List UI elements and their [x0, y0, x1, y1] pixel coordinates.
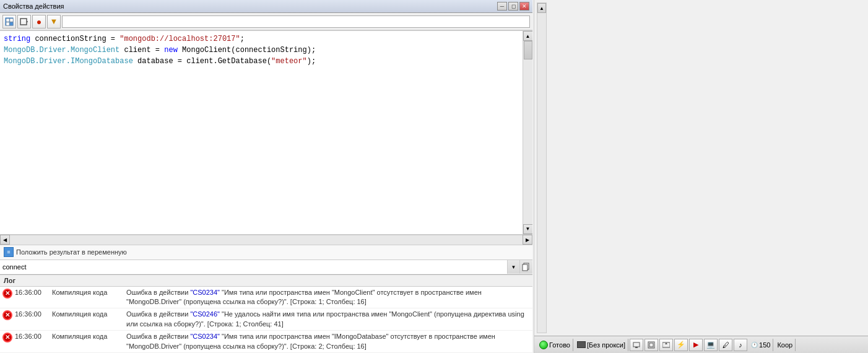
code-content[interactable]: string connectionString = "mongodb://loc… — [0, 31, 523, 234]
right-panel: ▲ Готово [Без прокси] ⚡ ▶ 💻 🖊 ♪ 🕐 150 — [534, 0, 868, 353]
code-line-2: MongoDB.Driver.MongoClient client = new … — [4, 45, 519, 56]
horizontal-scrollbar[interactable]: ◀ ▶ — [0, 235, 532, 245]
log-entry-1: ✕ 16:36:00 Компиляция кода Ошибка в дейс… — [0, 287, 532, 309]
variable-icon: ≡ — [4, 247, 14, 257]
code-line-1: string connectionString = "mongodb://loc… — [4, 33, 519, 45]
window-controls: ─ ◻ ✕ — [497, 2, 529, 11]
variable-input[interactable] — [0, 260, 508, 274]
svg-rect-2 — [10, 19, 13, 22]
ready-label: Готово — [549, 341, 570, 349]
stop-button[interactable]: ● — [32, 15, 46, 28]
title-bar: Свойства действия ─ ◻ ✕ — [0, 0, 532, 13]
monitor-icon — [577, 341, 586, 348]
right-status-bar: Готово [Без прокси] ⚡ ▶ 💻 🖊 ♪ 🕐 150 Коор — [534, 336, 868, 353]
toolbar-input[interactable] — [62, 15, 530, 28]
log-time-1: 16:36:00 — [15, 288, 52, 297]
keyword-string: string — [4, 35, 30, 43]
scroll-right-arrow[interactable]: ▶ — [523, 235, 532, 245]
log-type-3: Компиляция кода — [52, 332, 126, 341]
variable-input-row: ▼ — [0, 259, 532, 274]
log-type-1: Компиляция кода — [52, 288, 126, 297]
right-scroll-area: ▲ — [534, 0, 868, 336]
log-time-2: 16:36:00 — [15, 310, 52, 319]
svg-rect-5 — [20, 19, 27, 25]
status-btn-7[interactable]: 🖊 — [719, 339, 732, 351]
svg-rect-12 — [649, 343, 653, 347]
status-btn-4[interactable]: ⚡ — [674, 339, 688, 351]
variable-label: Положить результат в переменную — [16, 248, 127, 256]
coord-label: Коор — [777, 341, 792, 349]
scroll-track — [523, 41, 532, 224]
code-section: ● ▼ string connectionString = "mongodb:/… — [0, 13, 532, 274]
scroll-up-arrow[interactable]: ▲ — [523, 31, 533, 41]
variable-copy-button[interactable] — [520, 260, 532, 274]
log-content[interactable]: ✕ 16:36:00 Компиляция кода Ошибка в дейс… — [0, 287, 532, 353]
log-error-icon-2: ✕ — [2, 310, 12, 320]
minimize-button[interactable]: ─ — [497, 2, 507, 11]
step-button[interactable] — [17, 15, 31, 28]
variable-section: ≡ Положить результат в переменную — [0, 245, 532, 259]
status-btn-8[interactable]: ♪ — [734, 339, 747, 351]
down-button[interactable]: ▼ — [47, 15, 61, 28]
number-label: 150 — [759, 341, 770, 349]
right-scrollbar[interactable]: ▲ — [537, 2, 547, 333]
ready-icon — [539, 341, 548, 349]
log-message-2: Ошибка в действии "CS0246" "Не удалось н… — [126, 310, 530, 329]
status-proxy: [Без прокси] — [575, 339, 628, 351]
close-button[interactable]: ✕ — [519, 2, 529, 11]
svg-rect-10 — [635, 347, 638, 348]
log-area: Лог ✕ 16:36:00 Компиляция кода Ошибка в … — [0, 274, 532, 353]
status-number: 🕐 150 — [749, 339, 773, 351]
log-time-3: 16:36:00 — [15, 332, 52, 341]
log-error-icon-1: ✕ — [2, 289, 12, 299]
log-header: Лог — [0, 275, 532, 287]
restore-button[interactable]: ◻ — [508, 2, 518, 11]
scroll-track-h — [10, 235, 523, 245]
status-btn-5[interactable]: ▶ — [689, 339, 703, 351]
status-coord: Коор — [775, 339, 796, 351]
svg-rect-1 — [6, 19, 9, 22]
status-btn-1[interactable] — [630, 339, 643, 351]
scroll-left-arrow[interactable]: ◀ — [0, 235, 10, 245]
window-title: Свойства действия — [3, 2, 64, 10]
code-line-3: MongoDB.Driver.IMongoDatabase database =… — [4, 56, 519, 67]
scroll-down-arrow[interactable]: ▼ — [523, 224, 533, 234]
toolbar: ● ▼ — [0, 13, 532, 30]
status-ready: Готово — [537, 339, 573, 351]
proxy-label: [Без прокси] — [587, 341, 625, 349]
scroll-thumb[interactable] — [524, 41, 532, 59]
log-entry-3: ✕ 16:36:00 Компиляция кода Ошибка в дейс… — [0, 331, 532, 353]
svg-rect-4 — [10, 22, 13, 25]
type-imongodatabase: MongoDB.Driver.IMongoDatabase — [4, 57, 133, 66]
svg-rect-3 — [6, 22, 9, 25]
type-mongoclient: MongoDB.Driver.MongoClient — [4, 46, 119, 54]
log-message-3: Ошибка в действии "CS0234" "Имя типа или… — [126, 332, 530, 351]
svg-rect-9 — [633, 342, 640, 347]
log-error-icon-3: ✕ — [2, 333, 12, 342]
run-button[interactable] — [2, 15, 16, 28]
scroll-handle[interactable]: ▲ — [537, 3, 546, 13]
status-btn-2[interactable] — [644, 339, 658, 351]
log-entry-2: ✕ 16:36:00 Компиляция кода Ошибка в дейс… — [0, 308, 532, 331]
vertical-scrollbar[interactable]: ▲ ▼ — [523, 31, 532, 234]
variable-dropdown-button[interactable]: ▼ — [508, 260, 520, 274]
log-message-1: Ошибка в действии "CS0234" "Имя типа или… — [126, 288, 530, 307]
status-btn-3[interactable] — [659, 339, 673, 351]
log-type-2: Компиляция кода — [52, 310, 126, 319]
svg-rect-8 — [523, 264, 527, 271]
code-editor: string connectionString = "mongodb://loc… — [0, 30, 532, 235]
status-btn-6[interactable]: 💻 — [704, 339, 718, 351]
